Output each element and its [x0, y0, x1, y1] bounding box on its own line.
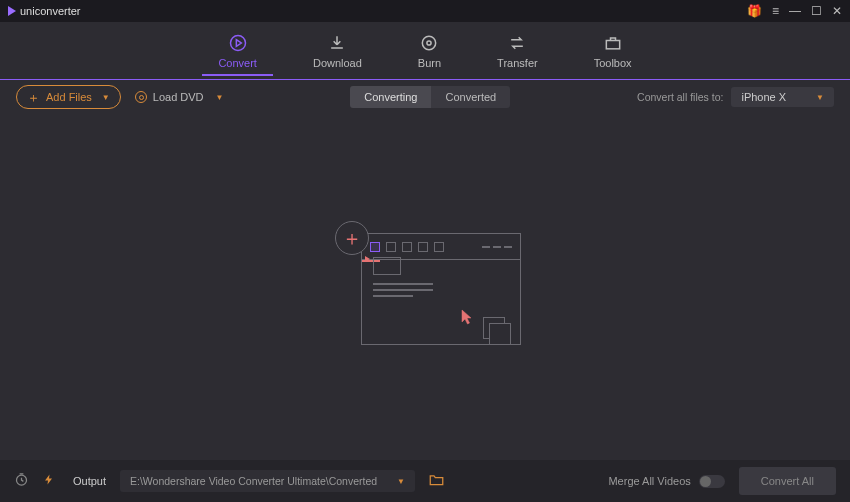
- app-name: uniconverter: [20, 5, 81, 17]
- convert-icon: [228, 33, 248, 53]
- disc-icon: [135, 91, 147, 103]
- menu-icon[interactable]: ≡: [772, 5, 779, 17]
- tab-convert-label: Convert: [218, 57, 257, 69]
- main-area[interactable]: ＋: [0, 114, 850, 460]
- output-label: Output: [73, 475, 106, 487]
- burn-icon: [419, 33, 439, 53]
- tab-transfer-label: Transfer: [497, 57, 538, 69]
- subtab-converting[interactable]: Converting: [350, 86, 431, 108]
- bottom-bar: Output E:\Wondershare Video Converter Ul…: [0, 460, 850, 502]
- load-dvd-button[interactable]: Load DVD ▼: [135, 91, 224, 103]
- minimize-icon[interactable]: —: [789, 5, 801, 17]
- subtabs: Converting Converted: [350, 86, 510, 108]
- caret-down-icon: ▼: [816, 93, 824, 102]
- svg-marker-1: [236, 39, 241, 46]
- svg-point-2: [423, 36, 436, 49]
- tab-download[interactable]: Download: [313, 27, 362, 75]
- window-controls: 🎁 ≡ — ☐ ✕: [747, 5, 842, 17]
- load-dvd-label: Load DVD: [153, 91, 204, 103]
- tab-download-label: Download: [313, 57, 362, 69]
- add-files-label: Add Files: [46, 91, 92, 103]
- tab-toolbox[interactable]: Toolbox: [594, 27, 632, 75]
- tab-burn-label: Burn: [418, 57, 441, 69]
- tab-convert[interactable]: Convert: [218, 27, 257, 75]
- convert-all-label: Convert all files to:: [637, 91, 723, 103]
- caret-down-icon: ▼: [216, 93, 224, 102]
- transfer-icon: [507, 33, 527, 53]
- maximize-icon[interactable]: ☐: [811, 5, 822, 17]
- add-files-button[interactable]: ＋ Add Files ▼: [16, 85, 121, 109]
- add-circle-icon: ＋: [335, 221, 369, 255]
- gpu-accel-icon[interactable]: [43, 472, 55, 490]
- main-tabs: Convert Download Burn Transfer Toolbox: [0, 22, 850, 80]
- clock-icon[interactable]: [14, 472, 29, 490]
- convert-all-to: Convert all files to: iPhone X ▼: [637, 87, 834, 107]
- merge-label: Merge All Videos: [608, 475, 690, 487]
- empty-state-illustration: ＋: [325, 217, 525, 357]
- tab-burn[interactable]: Burn: [418, 27, 441, 75]
- caret-down-icon: ▼: [102, 93, 110, 102]
- tab-transfer[interactable]: Transfer: [497, 27, 538, 75]
- logo-icon: [8, 6, 16, 16]
- svg-point-0: [230, 35, 245, 50]
- title-bar: uniconverter 🎁 ≡ — ☐ ✕: [0, 0, 850, 22]
- sub-toolbar: ＋ Add Files ▼ Load DVD ▼ Converting Conv…: [0, 80, 850, 114]
- format-select-value: iPhone X: [741, 91, 786, 103]
- caret-down-icon: ▼: [397, 477, 405, 486]
- merge-toggle[interactable]: [699, 475, 725, 488]
- merge-videos: Merge All Videos: [608, 475, 724, 488]
- svg-point-3: [427, 40, 431, 44]
- cursor-icon: [461, 309, 475, 325]
- output-path-value: E:\Wondershare Video Converter Ultimate\…: [130, 475, 377, 487]
- toolbox-icon: [603, 33, 623, 53]
- tab-toolbox-label: Toolbox: [594, 57, 632, 69]
- plus-icon: ＋: [27, 91, 40, 104]
- format-select[interactable]: iPhone X ▼: [731, 87, 834, 107]
- gift-icon[interactable]: 🎁: [747, 5, 762, 17]
- output-path-select[interactable]: E:\Wondershare Video Converter Ultimate\…: [120, 470, 415, 492]
- convert-all-button[interactable]: Convert All: [739, 467, 836, 495]
- download-icon: [327, 33, 347, 53]
- svg-rect-4: [606, 40, 619, 48]
- open-folder-icon[interactable]: [429, 473, 444, 489]
- subtab-converted[interactable]: Converted: [431, 86, 510, 108]
- close-icon[interactable]: ✕: [832, 5, 842, 17]
- app-logo: uniconverter: [8, 5, 81, 17]
